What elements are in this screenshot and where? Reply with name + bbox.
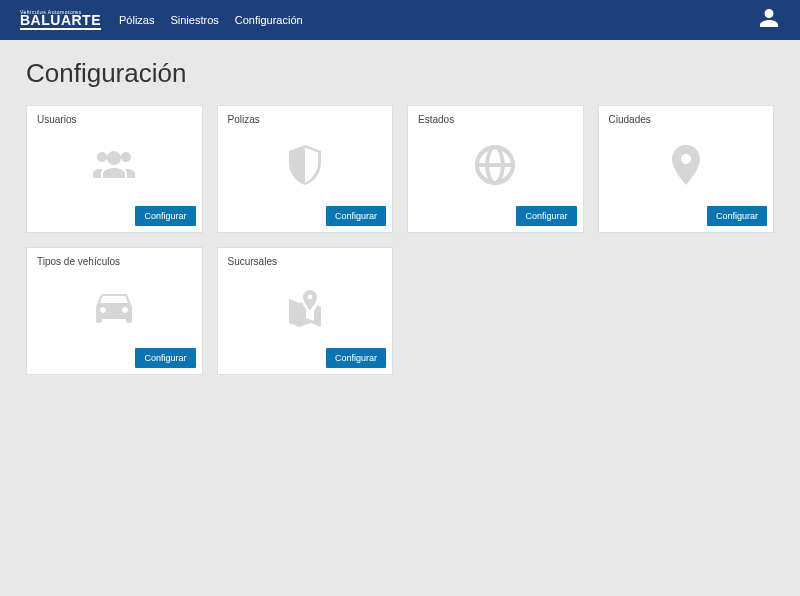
card-title: Polizas — [218, 106, 393, 129]
globe-icon — [408, 129, 583, 200]
map-icon — [218, 271, 393, 342]
configure-button[interactable]: Configurar — [326, 348, 386, 368]
page: Configuración Usuarios Configurar Poliza… — [0, 40, 800, 393]
card-footer: Configurar — [218, 342, 393, 374]
nav-link-siniestros[interactable]: Siniestros — [170, 14, 218, 26]
card-ciudades: Ciudades Configurar — [598, 105, 775, 233]
nav-link-configuracion[interactable]: Configuración — [235, 14, 303, 26]
card-title: Tipos de vehículos — [27, 248, 202, 271]
card-footer: Configurar — [27, 342, 202, 374]
card-polizas: Polizas Configurar — [217, 105, 394, 233]
nav-links: Pólizas Siniestros Configuración — [119, 14, 303, 26]
card-estados: Estados Configurar — [407, 105, 584, 233]
configure-button[interactable]: Configurar — [516, 206, 576, 226]
logo-main: BALUARTE — [20, 14, 101, 30]
card-title: Estados — [408, 106, 583, 129]
page-title: Configuración — [26, 58, 774, 89]
logo[interactable]: Vehículos Automotores BALUARTE — [20, 10, 101, 30]
pin-icon — [599, 129, 774, 200]
card-footer: Configurar — [218, 200, 393, 232]
users-icon — [27, 129, 202, 200]
card-title: Usuarios — [27, 106, 202, 129]
card-title: Ciudades — [599, 106, 774, 129]
configure-button[interactable]: Configurar — [707, 206, 767, 226]
configure-button[interactable]: Configurar — [326, 206, 386, 226]
card-footer: Configurar — [599, 200, 774, 232]
navbar: Vehículos Automotores BALUARTE Pólizas S… — [0, 0, 800, 40]
nav-link-polizas[interactable]: Pólizas — [119, 14, 154, 26]
card-sucursales: Sucursales Configurar — [217, 247, 394, 375]
configure-button[interactable]: Configurar — [135, 348, 195, 368]
card-grid: Usuarios Configurar Polizas Configurar E… — [26, 105, 774, 375]
card-footer: Configurar — [408, 200, 583, 232]
card-footer: Configurar — [27, 200, 202, 232]
user-icon[interactable] — [758, 7, 780, 33]
car-icon — [27, 271, 202, 342]
card-tipos-vehiculos: Tipos de vehículos Configurar — [26, 247, 203, 375]
configure-button[interactable]: Configurar — [135, 206, 195, 226]
card-usuarios: Usuarios Configurar — [26, 105, 203, 233]
card-title: Sucursales — [218, 248, 393, 271]
navbar-left: Vehículos Automotores BALUARTE Pólizas S… — [20, 10, 303, 30]
shield-icon — [218, 129, 393, 200]
